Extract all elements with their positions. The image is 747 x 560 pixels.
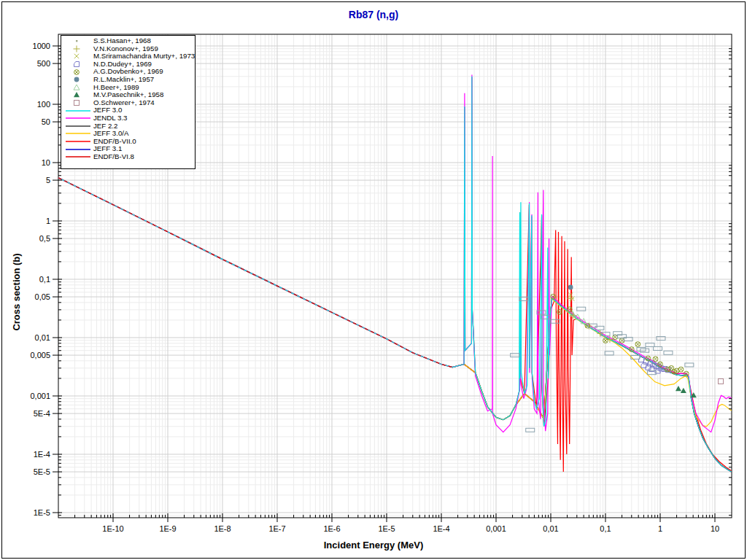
legend-box: S.S.Hasan+, 1968V.N.Kononov+, 1959M.Srir… bbox=[61, 35, 196, 169]
svg-text:10: 10 bbox=[42, 158, 50, 167]
legend-marker-triangle-open-icon bbox=[61, 84, 93, 91]
svg-text:50: 50 bbox=[42, 117, 50, 126]
svg-text:1000: 1000 bbox=[33, 42, 50, 50]
svg-text:1E-9: 1E-9 bbox=[159, 524, 176, 533]
svg-text:1: 1 bbox=[658, 524, 662, 533]
legend-item-label: S.S.Hasan+, 1968 bbox=[93, 37, 151, 45]
legend-line-swatch bbox=[61, 146, 93, 153]
legend-item-endf-b-vi-8[interactable]: ENDF/B-VI.8 bbox=[61, 153, 195, 161]
legend-marker-triangle-icon bbox=[61, 91, 93, 98]
svg-text:0,1: 0,1 bbox=[600, 524, 611, 533]
legend-item-label: R.L.Macklin+, 1957 bbox=[93, 76, 154, 84]
svg-text:1E-4: 1E-4 bbox=[34, 450, 50, 459]
svg-text:1E-5: 1E-5 bbox=[378, 524, 395, 533]
legend-line-swatch bbox=[61, 107, 93, 114]
plot-page: Rb87 (n,g) 1E-101E-91E-81E-71E-61E-51E-4… bbox=[0, 0, 747, 560]
legend-marker-x-icon bbox=[61, 52, 93, 60]
svg-text:500: 500 bbox=[37, 59, 50, 68]
svg-text:100: 100 bbox=[37, 100, 50, 109]
legend-marker-circlex-icon bbox=[61, 69, 93, 76]
svg-text:1E-4: 1E-4 bbox=[433, 524, 449, 533]
legend-marker-pentagon-icon bbox=[61, 61, 93, 68]
svg-text:0,01: 0,01 bbox=[543, 524, 558, 533]
legend-marker-plus-icon bbox=[61, 45, 93, 52]
legend-item-label: ENDF/B-VI.8 bbox=[93, 153, 134, 161]
svg-text:0,001: 0,001 bbox=[486, 524, 506, 533]
legend-line-swatch bbox=[61, 153, 93, 160]
legend-item-label: JENDL 3.3 bbox=[93, 114, 127, 122]
svg-text:1E-7: 1E-7 bbox=[268, 524, 285, 533]
legend-item-exp-8[interactable]: O.Schwerer+, 1974 bbox=[61, 99, 195, 107]
legend-item-jeff-3-0[interactable]: JEFF 3.0 bbox=[61, 106, 195, 114]
legend-line-swatch bbox=[61, 122, 93, 130]
svg-text:0,1: 0,1 bbox=[39, 275, 50, 284]
svg-text:5E-5: 5E-5 bbox=[34, 467, 50, 476]
svg-text:1E-6: 1E-6 bbox=[323, 524, 340, 533]
svg-text:1: 1 bbox=[46, 217, 50, 225]
svg-text:5E-4: 5E-4 bbox=[34, 409, 50, 418]
x-axis-label: Incident Energy (MeV) bbox=[0, 540, 747, 551]
legend-item-endf-b-vii-0[interactable]: ENDF/B-VII.0 bbox=[61, 138, 195, 146]
svg-text:0,001: 0,001 bbox=[30, 392, 50, 400]
dataset-macklin bbox=[568, 285, 573, 290]
svg-text:1E-10: 1E-10 bbox=[102, 524, 123, 533]
svg-text:10: 10 bbox=[711, 524, 719, 533]
svg-text:1E-8: 1E-8 bbox=[214, 524, 231, 533]
legend-marker-circle-icon bbox=[61, 76, 93, 83]
legend-line-swatch bbox=[61, 114, 93, 122]
svg-text:0,05: 0,05 bbox=[35, 292, 50, 301]
legend-line-swatch bbox=[61, 130, 93, 137]
legend-item-exp-0[interactable]: S.S.Hasan+, 1968 bbox=[61, 37, 195, 45]
svg-text:5: 5 bbox=[46, 176, 50, 184]
dataset-schwerer bbox=[719, 378, 724, 384]
y-axis-label: Cross section (b) bbox=[11, 241, 22, 343]
legend-marker-square-open-icon bbox=[61, 99, 93, 106]
svg-text:0,5: 0,5 bbox=[39, 234, 50, 243]
legend-marker-dot-icon bbox=[61, 37, 93, 44]
svg-text:0,005: 0,005 bbox=[30, 351, 50, 359]
svg-text:1E-5: 1E-5 bbox=[34, 508, 50, 517]
legend-item-jendl-3-3[interactable]: JENDL 3.3 bbox=[61, 114, 195, 122]
legend-line-swatch bbox=[61, 138, 93, 145]
legend-item-exp-5[interactable]: R.L.Macklin+, 1957 bbox=[61, 76, 195, 84]
svg-text:0,01: 0,01 bbox=[35, 333, 50, 342]
